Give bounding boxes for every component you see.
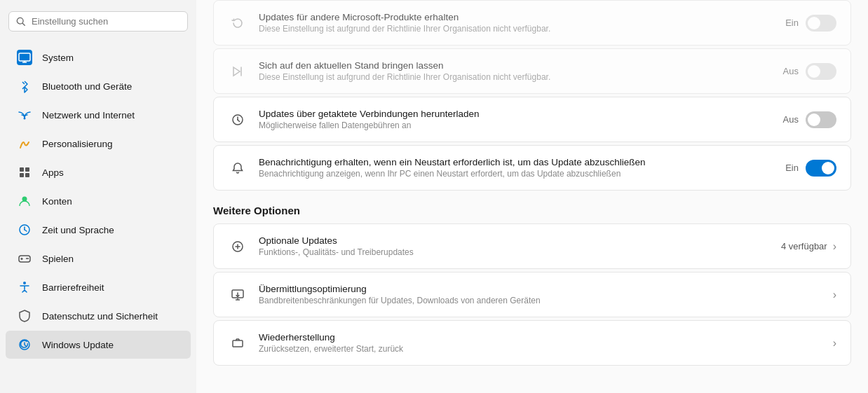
svg-point-24 [237, 119, 238, 120]
toggle-area-metered: Aus [783, 111, 836, 128]
setting-text-metered: Updates über getaktete Verbindungen heru… [259, 109, 772, 130]
setting-title-stay-current: Sich auf den aktuellen Stand bringen las… [259, 60, 772, 71]
setting-subtitle-stay-current: Diese Einstellung ist aufgrund der Richt… [259, 72, 772, 82]
setting-row-notify-restart: Benachrichtigung erhalten, wenn ein Neus… [213, 145, 851, 191]
option-subtitle-optional-updates: Funktions-, Qualitäts- und Treiberupdate… [259, 247, 770, 257]
toggle-metered[interactable] [806, 111, 836, 128]
setting-title-notify-restart: Benachrichtigung erhalten, wenn ein Neus… [259, 157, 774, 167]
option-text-delivery-optimization: Übermittlungsoptimierung Bandbreitenbesc… [259, 284, 822, 305]
option-badge-optional-updates: 4 verfügbar [781, 241, 827, 251]
toggle-knob-stay-current [808, 65, 820, 78]
setting-text-notify-restart: Benachrichtigung erhalten, wenn ein Neus… [259, 157, 774, 179]
nav-list: SystemBluetooth und GeräteNetzwerk und I… [0, 43, 196, 359]
toggle-area-notify-restart: Ein [785, 160, 836, 177]
further-options-title: Weitere Optionen [213, 205, 851, 216]
option-text-optional-updates: Optionale Updates Funktions-, Qualitäts-… [259, 235, 770, 257]
sidebar-item-label-time: Zeit und Sprache [42, 225, 114, 235]
sidebar-item-label-accessibility: Barrierefreiheit [42, 282, 104, 293]
setting-text-stay-current: Sich auf den aktuellen Stand bringen las… [259, 60, 772, 82]
metered-icon [228, 110, 247, 130]
chevron-icon-recovery: › [833, 337, 836, 350]
toggle-knob-notify-restart [822, 162, 834, 174]
bluetooth-icon [17, 78, 32, 94]
svg-rect-8 [20, 173, 24, 177]
sidebar-item-label-apps: Apps [42, 167, 64, 178]
sidebar-item-privacy[interactable]: Datenschutz und Sicherheit [6, 302, 191, 330]
refresh-icon [228, 13, 247, 33]
setting-subtitle-ms-products: Diese Einstellung ist aufgrund der Richt… [259, 24, 774, 34]
sidebar-item-label-update: Windows Update [42, 340, 114, 350]
search-input[interactable] [32, 16, 180, 27]
toggle-knob-ms-products [808, 17, 820, 29]
gaming-icon [17, 251, 32, 266]
setting-subtitle-notify-restart: Benachrichtigung anzeigen, wenn Ihr PC e… [259, 169, 774, 179]
toggle-label-ms-products: Ein [785, 18, 799, 28]
sidebar-item-label-personalize: Personalisierung [42, 139, 113, 149]
monitor-download-icon [228, 285, 247, 305]
option-row-recovery[interactable]: Wiederherstellung Zurücksetzen, erweiter… [213, 320, 851, 366]
sidebar-item-apps[interactable]: Apps [6, 158, 191, 186]
svg-line-13 [25, 230, 27, 231]
toggle-label-stay-current: Aus [783, 66, 799, 76]
skip-forward-icon [228, 62, 247, 81]
option-text-recovery: Wiederherstellung Zurücksetzen, erweiter… [259, 332, 822, 354]
privacy-icon [17, 308, 32, 324]
sidebar-item-update[interactable]: Windows Update [6, 331, 191, 359]
sidebar-item-gaming[interactable]: Spielen [6, 244, 191, 273]
toggle-label-metered: Aus [783, 114, 799, 125]
svg-marker-21 [233, 67, 240, 76]
recovery-icon [228, 333, 247, 353]
sidebar-item-label-privacy: Datenschutz und Sicherheit [42, 311, 158, 322]
option-subtitle-recovery: Zurücksetzen, erweiterter Start, zurück [259, 344, 822, 354]
sidebar-item-time[interactable]: Zeit und Sprache [6, 216, 191, 244]
option-title-recovery: Wiederherstellung [259, 332, 822, 343]
option-title-optional-updates: Optionale Updates [259, 235, 770, 246]
chevron-icon-optional-updates: › [833, 240, 836, 253]
options-list: Optionale Updates Funktions-, Qualitäts-… [213, 223, 851, 366]
svg-rect-6 [20, 167, 24, 172]
svg-point-19 [23, 282, 26, 284]
svg-rect-7 [25, 167, 29, 172]
update-icon [17, 337, 32, 352]
setting-row-stay-current: Sich auf den aktuellen Stand bringen las… [213, 48, 851, 94]
network-icon [17, 107, 32, 123]
time-icon [17, 222, 32, 237]
sidebar-item-bluetooth[interactable]: Bluetooth und Geräte [6, 72, 191, 100]
sidebar-item-system[interactable]: System [6, 43, 191, 71]
toggle-stay-current [806, 63, 836, 80]
option-right-recovery: › [833, 337, 836, 350]
bell-icon [228, 158, 247, 178]
toggle-area-stay-current: Aus [783, 63, 836, 80]
toggle-knob-metered [808, 113, 820, 126]
toggle-notify-restart[interactable] [806, 160, 836, 177]
sidebar-item-network[interactable]: Netzwerk und Internet [6, 101, 191, 129]
sidebar-item-label-gaming: Spielen [42, 254, 74, 264]
setting-title-metered: Updates über getaktete Verbindungen heru… [259, 109, 772, 119]
sidebar-item-accessibility[interactable]: Barrierefreiheit [6, 273, 191, 301]
option-right-delivery-optimization: › [833, 289, 836, 301]
plus-circle-icon [228, 237, 247, 256]
sidebar-item-accounts[interactable]: Konten [6, 187, 191, 215]
search-box[interactable] [8, 11, 188, 32]
option-row-delivery-optimization[interactable]: Übermittlungsoptimierung Bandbreitenbesc… [213, 272, 851, 317]
sidebar-item-label-accounts: Konten [42, 196, 72, 207]
settings-list: Updates für andere Microsoft-Produkte er… [213, 0, 851, 191]
svg-line-1 [22, 23, 25, 25]
option-row-optional-updates[interactable]: Optionale Updates Funktions-, Qualitäts-… [213, 223, 851, 269]
accounts-icon [17, 193, 32, 209]
setting-row-metered: Updates über getaktete Verbindungen heru… [213, 97, 851, 142]
chevron-icon-delivery-optimization: › [833, 289, 836, 301]
sidebar-item-label-system: System [42, 53, 74, 63]
sidebar-item-personalize[interactable]: Personalisierung [6, 130, 191, 158]
setting-text-ms-products: Updates für andere Microsoft-Produkte er… [259, 12, 774, 34]
toggle-ms-products [806, 15, 836, 32]
setting-title-ms-products: Updates für andere Microsoft-Produkte er… [259, 12, 774, 22]
option-right-optional-updates: 4 verfügbar › [781, 240, 836, 253]
main-content: Updates für andere Microsoft-Produkte er… [196, 0, 868, 393]
svg-point-18 [27, 258, 29, 259]
setting-row-ms-products: Updates für andere Microsoft-Produkte er… [213, 0, 851, 46]
search-icon [16, 17, 26, 27]
setting-subtitle-metered: Möglicherweise fallen Datengebühren an [259, 120, 772, 130]
toggle-label-notify-restart: Ein [785, 163, 799, 173]
sidebar-item-label-network: Netzwerk und Internet [42, 110, 135, 120]
